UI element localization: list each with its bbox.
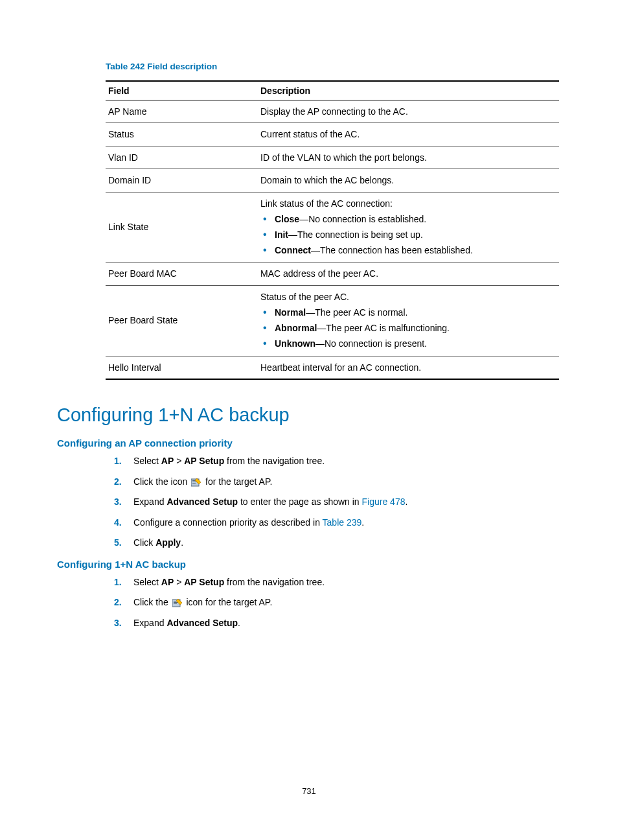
cell-field: Vlan ID: [106, 146, 258, 169]
steps-list: Select AP > AP Setup from the navigation…: [106, 455, 561, 550]
cell-field: Peer Board MAC: [106, 262, 258, 285]
svg-rect-7: [174, 603, 177, 604]
list-item: Click the icon for the target AP.: [133, 476, 561, 489]
table-row: Peer Board MAC MAC address of the peer A…: [106, 262, 559, 285]
cell-lead: Link status of the AC connection:: [260, 198, 393, 209]
table-row: Status Current status of the AC.: [106, 123, 559, 146]
cell-field: AP Name: [106, 100, 258, 123]
th-field: Field: [106, 81, 258, 100]
link-figure-478[interactable]: Figure 478: [362, 496, 406, 507]
th-desc: Description: [258, 81, 559, 100]
list-item: Select AP > AP Setup from the navigation…: [133, 576, 561, 589]
cell-desc: Display the AP connecting to the AC.: [258, 100, 559, 123]
cell-field: Domain ID: [106, 169, 258, 192]
cell-desc: Domain to which the AC belongs.: [258, 169, 559, 192]
heading-ap-connection-priority: Configuring an AP connection priority: [57, 438, 561, 449]
table-row: AP Name Display the AP connecting to the…: [106, 100, 559, 123]
cell-desc: Current status of the AC.: [258, 123, 559, 146]
cell-desc: ID of the VLAN to which the port belongs…: [258, 146, 559, 169]
cell-lead: Status of the peer AC.: [260, 292, 349, 302]
cell-desc: Link status of the AC connection: Close—…: [258, 192, 559, 262]
cell-desc: Status of the peer AC. Normal—The peer A…: [258, 285, 559, 356]
steps-list: Select AP > AP Setup from the navigation…: [106, 576, 561, 630]
table-row: Peer Board State Status of the peer AC. …: [106, 285, 559, 356]
field-description-table: Field Description AP Name Display the AP…: [106, 80, 559, 380]
table-row: Hello Interval Heartbeat interval for an…: [106, 356, 559, 379]
table-caption: Table 242 Field description: [106, 62, 561, 71]
edit-icon: [172, 598, 183, 607]
cell-field: Link State: [106, 192, 258, 262]
list-item: Click Apply.: [133, 537, 561, 550]
svg-rect-3: [192, 483, 196, 484]
cell-desc: Heartbeat interval for an AC connection.: [258, 356, 559, 379]
cell-field: Hello Interval: [106, 356, 258, 379]
table-row: Domain ID Domain to which the AC belongs…: [106, 169, 559, 192]
cell-desc: MAC address of the peer AC.: [258, 262, 559, 285]
table-row: Link State Link status of the AC connect…: [106, 192, 559, 262]
list-item: Configure a connection priority as descr…: [133, 517, 561, 530]
list-item: Click the icon for the target AP.: [133, 596, 561, 609]
edit-icon: [191, 478, 201, 487]
link-table-239[interactable]: Table 239: [323, 517, 362, 528]
page-number: 731: [0, 786, 618, 796]
cell-field: Peer Board State: [106, 285, 258, 356]
list-item: Select AP > AP Setup from the navigation…: [133, 455, 561, 468]
cell-field: Status: [106, 123, 258, 146]
heading-configuring-1n-backup-sub: Configuring 1+N AC backup: [57, 559, 561, 570]
list-item: Expand Advanced Setup to enter the page …: [133, 496, 561, 509]
list-item: Expand Advanced Setup.: [133, 617, 561, 630]
heading-configuring-1n-backup: Configuring 1+N AC backup: [57, 404, 561, 426]
table-row: Vlan ID ID of the VLAN to which the port…: [106, 146, 559, 169]
